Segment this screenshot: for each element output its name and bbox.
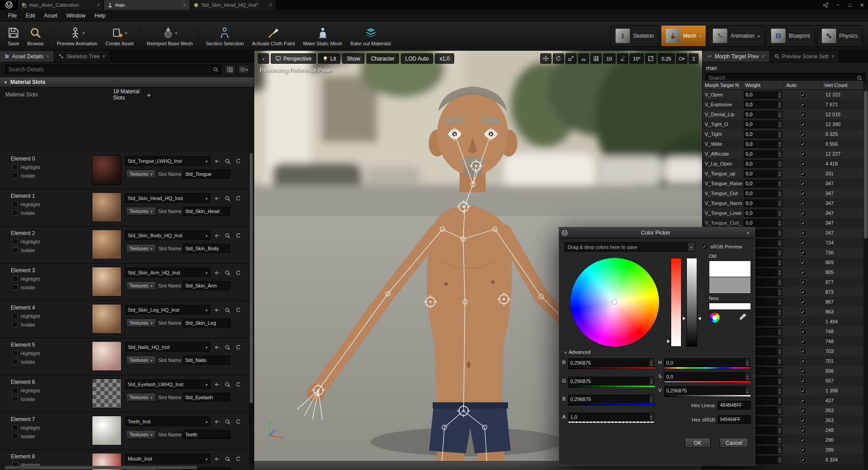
checkbox-box[interactable]: [12, 425, 18, 431]
checkbox-box[interactable]: [12, 173, 18, 178]
auto-checkbox[interactable]: [800, 191, 806, 196]
isolate-checkbox[interactable]: Isolate: [12, 173, 35, 178]
checkbox-box[interactable]: [12, 164, 18, 170]
red-input[interactable]: [568, 358, 654, 367]
spinner-icon[interactable]: [777, 417, 782, 424]
spinner-icon[interactable]: [777, 397, 782, 404]
column-vert-count[interactable]: Vert Count: [822, 81, 864, 89]
isolate-checkbox[interactable]: Isolate: [12, 359, 35, 365]
use-selected-asset-button[interactable]: [213, 157, 221, 165]
eyedropper-button[interactable]: [738, 312, 748, 322]
auto-checkbox[interactable]: [800, 230, 806, 236]
spinner-icon[interactable]: [777, 121, 782, 128]
tab-morph-target-preview[interactable]: Morph Target Prev: [703, 51, 770, 62]
spinner-icon[interactable]: [777, 368, 782, 374]
close-icon[interactable]: [97, 2, 100, 8]
spinner-icon[interactable]: [777, 230, 782, 236]
material-instance-select[interactable]: Teeth_Inst: [125, 417, 210, 426]
reset-to-default-button[interactable]: [234, 454, 243, 463]
weight-input[interactable]: [744, 131, 782, 138]
spinner-icon[interactable]: [777, 249, 782, 256]
slot-name-input[interactable]: [183, 393, 230, 402]
weight-input[interactable]: [744, 111, 782, 118]
morph-target-row[interactable]: V_Tongue_Out 347: [703, 188, 864, 198]
material-thumbnail[interactable]: [92, 192, 122, 222]
saturation-gradient-strip[interactable]: [664, 381, 751, 383]
textures-dropdown[interactable]: Textures: [126, 170, 156, 178]
spinner-icon[interactable]: [777, 190, 782, 197]
channel-value[interactable]: [664, 387, 745, 394]
auto-checkbox[interactable]: [800, 161, 806, 167]
slot-name-input[interactable]: [183, 356, 230, 365]
auto-checkbox[interactable]: [800, 388, 806, 394]
red-gradient-strip[interactable]: [568, 367, 655, 369]
scrollbar-thumb[interactable]: [864, 91, 868, 239]
auto-checkbox[interactable]: [800, 309, 806, 315]
use-selected-asset-button[interactable]: [213, 231, 221, 240]
weight-input[interactable]: [744, 160, 782, 168]
spinner-icon[interactable]: [649, 377, 654, 385]
hex-srgb-input[interactable]: [718, 415, 751, 424]
slot-name-input[interactable]: [183, 244, 230, 253]
material-instance-select[interactable]: Mouth_Inst: [125, 454, 210, 463]
spinner-icon[interactable]: [777, 289, 782, 296]
material-instance-select[interactable]: Std_Skin_Head_HQ_Inst: [125, 193, 210, 203]
spinner-icon[interactable]: [649, 359, 654, 366]
close-window-button[interactable]: [856, 0, 868, 10]
alpha-input[interactable]: [568, 413, 654, 421]
isolate-checkbox[interactable]: Isolate: [12, 284, 35, 290]
morph-target-row[interactable]: V_Wide 9 556: [703, 139, 864, 149]
minimize-button[interactable]: [832, 0, 844, 10]
value-gradient-strip[interactable]: [664, 395, 751, 397]
spinner-icon[interactable]: [777, 309, 782, 315]
spinner-icon[interactable]: [777, 151, 782, 157]
save-button[interactable]: Save: [4, 25, 23, 48]
auto-checkbox[interactable]: [800, 289, 806, 295]
material-thumbnail[interactable]: [92, 379, 122, 408]
highlight-checkbox[interactable]: Highlight: [12, 164, 40, 170]
scale-snap-button[interactable]: [645, 53, 656, 64]
weight-value[interactable]: [744, 91, 777, 98]
checkbox-box[interactable]: [12, 276, 18, 282]
weight-value[interactable]: [744, 151, 777, 157]
browse-button[interactable]: Browse: [23, 25, 48, 48]
weight-value[interactable]: [744, 131, 777, 138]
close-icon[interactable]: [46, 53, 49, 60]
share-icon[interactable]: [820, 0, 832, 10]
channel-value[interactable]: [569, 395, 649, 403]
weight-value[interactable]: [744, 200, 777, 207]
color-wheel[interactable]: [570, 258, 659, 347]
isolate-checkbox[interactable]: Isolate: [12, 396, 35, 402]
close-icon[interactable]: [744, 230, 752, 236]
color-themes-button[interactable]: [710, 313, 720, 322]
viewport-options-button[interactable]: [258, 53, 269, 64]
morph-target-row[interactable]: V_Tongue_Raise 347: [703, 178, 864, 188]
spinner-icon[interactable]: [777, 101, 782, 108]
browse-to-asset-button[interactable]: [223, 231, 232, 240]
section-selection-button[interactable]: Section Selection: [202, 25, 248, 48]
material-thumbnail[interactable]: [92, 155, 122, 185]
spinner-icon[interactable]: [777, 407, 782, 414]
ok-button[interactable]: OK: [685, 438, 711, 448]
spinner-icon[interactable]: [745, 373, 750, 380]
isolate-checkbox[interactable]: Isolate: [12, 322, 35, 327]
weight-value[interactable]: [744, 170, 777, 177]
auto-checkbox[interactable]: [800, 368, 806, 374]
reset-to-default-button[interactable]: [234, 305, 243, 314]
hex-linear-input[interactable]: [718, 401, 751, 409]
auto-checkbox[interactable]: [800, 329, 806, 335]
mode-mesh[interactable]: Mesh: [661, 25, 707, 47]
grid-view-button[interactable]: [224, 65, 235, 74]
auto-checkbox[interactable]: [800, 279, 806, 285]
isolate-checkbox[interactable]: Isolate: [12, 433, 35, 439]
saturation-input[interactable]: [664, 372, 750, 381]
spinner-icon[interactable]: [777, 279, 782, 286]
blue-input[interactable]: [568, 395, 654, 403]
horizontal-scrollbar[interactable]: [4, 466, 197, 469]
slot-name-input[interactable]: [183, 281, 230, 290]
camera-speed-value[interactable]: 2: [689, 53, 699, 64]
screen-size-button[interactable]: x1,0: [435, 53, 454, 64]
advanced-expander[interactable]: Advanced: [564, 349, 590, 355]
reset-to-default-button[interactable]: [234, 380, 243, 389]
morph-target-row[interactable]: V_Tongue_Narro 347: [703, 198, 864, 208]
